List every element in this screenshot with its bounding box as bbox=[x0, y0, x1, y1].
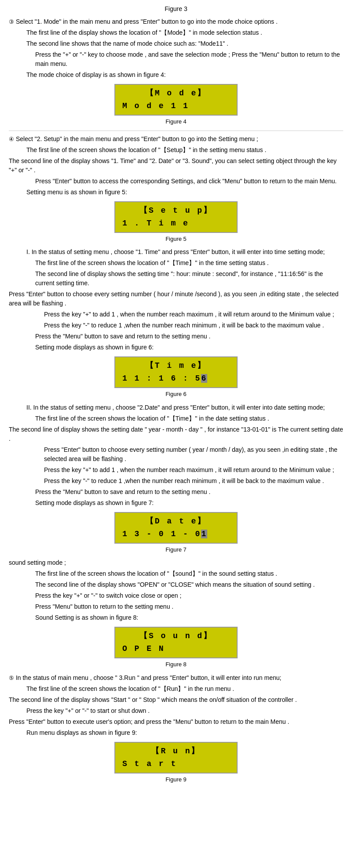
section4-circle: ④ bbox=[9, 136, 14, 142]
figure-7-line1: 【D a t e】 bbox=[121, 516, 231, 527]
figure-5-container: 【S e t u p】 1 . T i m e Figure 5 bbox=[9, 201, 343, 243]
figure-5-display: 【S e t u p】 1 . T i m e bbox=[114, 201, 238, 233]
subsection-ii-text7: Setting mode displays as shown in figure… bbox=[35, 498, 343, 508]
section4-text4: Press "Enter" button to access the corre… bbox=[35, 177, 343, 186]
section4-text2: The first line of the screen shows the l… bbox=[26, 145, 343, 155]
section4-text5: Setting menu is as shown in figure 5: bbox=[26, 188, 343, 197]
figure-6-line2-highlight: 6 bbox=[201, 374, 207, 383]
figure-4-container: 【M o d e】 M o d e 1 1 Figure 4 bbox=[9, 84, 343, 126]
page-title: Figure 3 bbox=[9, 4, 343, 14]
subsection-ii-text6: Press the "Menu" button to save and retu… bbox=[35, 487, 343, 497]
subsection-i-text6: Press the "Menu" button to save and retu… bbox=[35, 332, 343, 341]
subsection-i-text3: Press "Enter" button to choose every set… bbox=[9, 290, 343, 308]
figure-7-line2: 1 3 - 0 1 - 01 bbox=[121, 528, 231, 540]
subsection-date: II. In the status of setting menu , choo… bbox=[9, 403, 343, 554]
section5-text6: Run menu displays as shown in figure 9: bbox=[26, 728, 343, 737]
section3-text1: Select "1. Mode" in the main menu and pr… bbox=[16, 18, 278, 25]
figure-9-line2: S t a r t bbox=[121, 758, 231, 770]
subsection-time: I. In the status of setting menu , choos… bbox=[9, 247, 343, 399]
figure-8-display: 【S o u n d】 O P E N bbox=[114, 627, 238, 658]
figure-9-display: 【R u n】 S t a r t bbox=[114, 742, 238, 774]
section4-text3: The second line of the display shows "1.… bbox=[9, 156, 343, 175]
section4-heading: ④ Select "2. Setup" in the main menu and… bbox=[9, 134, 343, 144]
figure-9-line1: 【R u n】 bbox=[121, 745, 231, 757]
section4-text1: Select "2. Setup" in the main menu and p… bbox=[16, 135, 258, 142]
figure-4-line2: M o d e 1 1 bbox=[121, 100, 231, 112]
section3-text3: The second line shows that the name of m… bbox=[26, 39, 343, 48]
sound-text3: Press the key "+" or "-" to switch voice… bbox=[35, 591, 343, 600]
section5-text2: The first line of the screen shows the l… bbox=[26, 684, 343, 694]
section3-circle: ③ bbox=[9, 18, 14, 25]
section5-text3: The second line of the display shows "St… bbox=[9, 695, 343, 705]
section5-text1: In the status of main menu , choose " 3.… bbox=[16, 674, 282, 681]
figure-6-label: Figure 6 bbox=[165, 390, 187, 399]
section5-heading: ⑤ In the status of main menu , choose " … bbox=[9, 673, 343, 683]
figure-5-label: Figure 5 bbox=[165, 235, 187, 243]
figure-5-line2: 1 . T i m e bbox=[121, 218, 231, 229]
section5-circle: ⑤ bbox=[9, 675, 14, 681]
section3-text4: Press the "+" or "-" key to choose mode … bbox=[35, 50, 343, 69]
figure-6-display: 【T i m e】 1 1 : 1 6 : 56 bbox=[114, 356, 238, 388]
subsection-ii-text3: Press "Enter" button to choose every set… bbox=[44, 445, 343, 464]
figure-5-line1: 【S e t u p】 bbox=[121, 205, 231, 217]
subsection-ii-intro: II. In the status of setting menu , choo… bbox=[26, 403, 343, 412]
sound-text5: Sound Setting is as shown in figure 8: bbox=[35, 613, 343, 622]
figure-7-display: 【D a t e】 1 3 - 0 1 - 01 bbox=[114, 512, 238, 544]
subsection-ii-text5: Press the key "-" to reduce 1 ,when the … bbox=[44, 476, 343, 486]
subsection-i-intro: I. In the status of setting menu , choos… bbox=[26, 247, 343, 257]
figure-9-container: 【R u n】 S t a r t Figure 9 bbox=[9, 742, 343, 784]
figure-6-line1: 【T i m e】 bbox=[121, 360, 231, 372]
subsection-ii-text2: The second line of display shows the set… bbox=[9, 425, 343, 443]
figure-7-line2-highlight: 1 bbox=[201, 530, 207, 538]
sound-intro: sound setting mode ; bbox=[9, 558, 343, 567]
figure-7-label: Figure 7 bbox=[165, 545, 187, 554]
figure-7-line2-text: 1 3 - 0 1 - 0 bbox=[122, 530, 201, 538]
figure-4-line1: 【M o d e】 bbox=[121, 87, 231, 99]
figure-8-label: Figure 8 bbox=[165, 660, 187, 669]
subsection-sound: sound setting mode ; The first line of t… bbox=[9, 558, 343, 669]
section3-text2: The first line of the display shows the … bbox=[26, 28, 343, 37]
section5-text5: Press "Enter" button to execute user's o… bbox=[9, 717, 343, 726]
subsection-ii-text4: Press the key "+" to add 1 , when the nu… bbox=[44, 465, 343, 475]
figure-4-display: 【M o d e】 M o d e 1 1 bbox=[114, 84, 238, 116]
subsection-i-text2: The second line of display shows the set… bbox=[35, 269, 343, 288]
section3-text5: The mode choice of display is as shown i… bbox=[26, 70, 343, 80]
section-4: ④ Select "2. Setup" in the main menu and… bbox=[9, 131, 343, 243]
subsection-i-text4: Press the key "+" to add 1 , when the nu… bbox=[44, 310, 343, 319]
subsection-ii-text1: The first line of the screen shows the l… bbox=[35, 414, 343, 423]
section-3: ③ Select "1. Mode" in the main menu and … bbox=[9, 17, 343, 126]
figure-7-container: 【D a t e】 1 3 - 0 1 - 01 Figure 7 bbox=[9, 512, 343, 554]
subsection-i-text7: Setting mode displays as shown in figure… bbox=[35, 343, 343, 352]
subsection-i-text5: Press the key "-" to reduce 1 ,when the … bbox=[44, 321, 343, 330]
sound-text1: The first line of the screen shows the l… bbox=[35, 569, 343, 578]
figure-8-line1: 【S o u n d】 bbox=[121, 630, 231, 642]
section3-heading: ③ Select "1. Mode" in the main menu and … bbox=[9, 17, 343, 26]
section-5: ⑤ In the status of main menu , choose " … bbox=[9, 673, 343, 784]
figure-6-container: 【T i m e】 1 1 : 1 6 : 56 Figure 6 bbox=[9, 356, 343, 399]
figure-4-label: Figure 4 bbox=[165, 117, 187, 126]
figure-6-line2: 1 1 : 1 6 : 56 bbox=[121, 373, 231, 385]
figure-9-label: Figure 9 bbox=[165, 775, 187, 784]
figure-8-line2: O P E N bbox=[121, 643, 231, 655]
sound-text2: The second line of the display shows "OP… bbox=[35, 580, 343, 589]
subsection-i-text1: The first line of the screen shows the l… bbox=[35, 258, 343, 268]
sound-text4: Press "Menu" button to return to the set… bbox=[35, 602, 343, 611]
figure-8-container: 【S o u n d】 O P E N Figure 8 bbox=[9, 627, 343, 669]
figure-6-line2-text: 1 1 : 1 6 : 5 bbox=[122, 374, 201, 383]
section5-text4: Press the key "+" or "-" to start or shu… bbox=[26, 706, 343, 715]
